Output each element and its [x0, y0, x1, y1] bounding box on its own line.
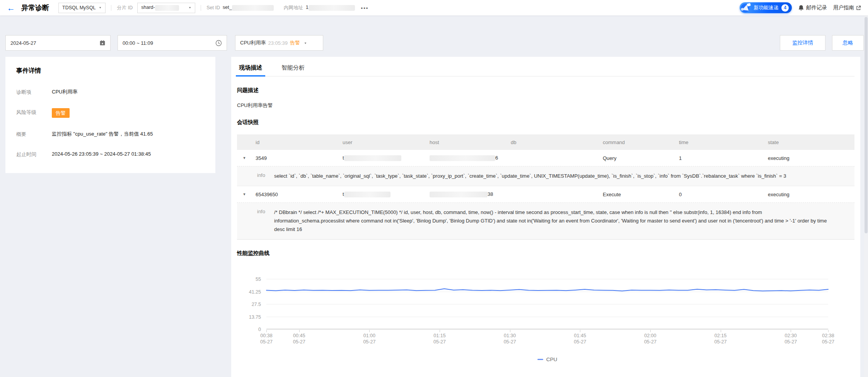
problem-description-text: CPU利用率告警: [237, 102, 854, 109]
performance-chart: 013.7527.541.2555 00:3805-2700:4505-2701…: [237, 279, 854, 362]
metric-event-time: 23:05:39: [268, 40, 288, 46]
megaphone-icon: [738, 0, 753, 15]
summary-value: 监控指标 "cpu_use_rate" 告警，当前值 41.65: [52, 130, 153, 138]
redacted-value: [344, 192, 391, 197]
mail-record-button[interactable]: 邮件记录: [798, 4, 827, 11]
x-tick-label: 01:4505-27: [574, 333, 586, 345]
tab-bar: 现场描述 智能分析: [237, 62, 854, 76]
x-tick-mark: [510, 330, 510, 332]
clock-icon: [215, 40, 222, 46]
new-features-button[interactable]: 新功能速递 4: [740, 2, 792, 13]
problem-section-title: 问题描述: [237, 87, 854, 94]
x-tick-label: 02:3005-27: [784, 333, 797, 345]
chevron-down-icon: ▼: [304, 41, 307, 44]
x-tick-label: 00:3805-27: [260, 333, 273, 345]
column-host: host: [430, 139, 511, 145]
user-guide-label: 用户指南: [833, 4, 854, 11]
shard-id-prefix: shard-: [141, 5, 155, 10]
x-tick-mark: [440, 330, 440, 332]
cell-id: 65439650: [256, 192, 343, 197]
row-label: 诊断项: [16, 88, 52, 96]
cell-host: 38: [430, 191, 511, 197]
x-tick-mark: [580, 330, 580, 332]
cell-state: executing: [768, 155, 854, 161]
column-state: state: [768, 139, 854, 145]
diagnosis-item-row: 诊断项 CPU利用率: [16, 88, 205, 96]
monitor-detail-button[interactable]: 监控详情: [780, 35, 825, 51]
external-link-icon: [856, 5, 861, 10]
x-tick-mark: [650, 330, 651, 332]
back-arrow-icon[interactable]: ←: [7, 4, 15, 12]
scrollbar-thumb[interactable]: [865, 17, 868, 233]
private-ip-label: 内网地址: [284, 5, 303, 11]
bell-icon: [798, 5, 804, 11]
row-label: 概要: [16, 130, 52, 138]
chevron-down-icon: ▼: [188, 6, 191, 9]
legend-line-swatch: [537, 359, 543, 360]
tab-scene-description[interactable]: 现场描述: [237, 62, 264, 76]
chart-x-axis: 00:3805-2700:4505-2701:0005-2701:1505-27…: [266, 333, 828, 346]
row-expander-icon[interactable]: ▼: [237, 156, 256, 160]
event-detail-rows: 诊断项 CPU利用率 风险等级 告警 概要 监控指标 "cpu_use_rate…: [16, 88, 205, 158]
ignore-button[interactable]: 忽略: [832, 35, 864, 51]
tab-intelligent-analysis[interactable]: 智能分析: [280, 62, 306, 76]
redacted-value: [155, 5, 179, 11]
x-tick-label: 00:4505-27: [293, 333, 305, 345]
instance-type-label: TDSQL MySQL: [62, 5, 95, 10]
time-range-value: 00:00 ~ 11:09: [123, 40, 153, 46]
y-tick-label: 13.75: [249, 314, 261, 320]
cell-user: t: [343, 155, 430, 161]
time-span-value: 2024-05-26 23:05:39 ~ 2024-05-27 01:38:4…: [52, 150, 151, 158]
cell-time: 1: [679, 155, 768, 161]
chart-legend[interactable]: CPU: [266, 357, 828, 362]
y-tick-label: 0: [258, 327, 261, 332]
x-tick-label: 02:1505-27: [715, 333, 727, 345]
set-id-field: Set ID set_: [206, 5, 273, 10]
x-tick-mark: [369, 330, 370, 332]
row-expander-icon[interactable]: ▼: [237, 192, 256, 196]
x-tick-label: 01:3005-27: [504, 333, 516, 345]
anomaly-diagnosis-page: ← 异常诊断 TDSQL MySQL ▼ 分片 ID shard- ▼ Set …: [0, 0, 868, 377]
x-tick-label: 02:0005-27: [644, 333, 657, 345]
row-label: 起止时间: [16, 150, 52, 158]
session-section-title: 会话快照: [237, 119, 854, 126]
x-tick-mark: [266, 330, 267, 332]
topbar-right: 新功能速递 4 邮件记录 用户指南: [740, 2, 861, 13]
instance-type-select[interactable]: TDSQL MySQL ▼: [58, 3, 106, 13]
redacted-value: [430, 155, 495, 161]
legend-label: CPU: [546, 357, 558, 362]
column-db: db: [511, 139, 603, 145]
vertical-scrollbar[interactable]: [864, 0, 868, 377]
top-header: ← 异常诊断 TDSQL MySQL ▼ 分片 ID shard- ▼ Set …: [0, 0, 868, 15]
sql-info-text: /* DBbrain */ select /*+ MAX_EXECUTION_T…: [274, 208, 831, 234]
cpu-line-series: [266, 279, 828, 329]
more-options-icon[interactable]: •••: [361, 5, 369, 11]
x-tick-label: 01:0005-27: [363, 333, 375, 345]
x-tick-label: 02:3805-27: [822, 333, 834, 345]
redacted-value: [344, 155, 401, 161]
table-row[interactable]: ▼ 3549 t 6 Query 1 executing: [237, 150, 854, 166]
divider: [201, 5, 201, 11]
event-detail-card: 事件详情 诊断项 CPU利用率 风险等级 告警 概要 监控指标 "cpu_use…: [5, 57, 215, 173]
table-row[interactable]: ▼ 65439650 t 38 Execute 0 executing: [237, 186, 854, 203]
event-detail-title: 事件详情: [16, 67, 205, 75]
metric-event-select[interactable]: CPU利用率 23:05:39 告警 ▼: [235, 35, 323, 51]
filter-toolbar: 2024-05-27 00:00 ~ 11:09 CPU利用率: [5, 35, 864, 51]
date-picker[interactable]: 2024-05-27: [5, 35, 111, 51]
chart-plot-area[interactable]: [266, 279, 828, 329]
shard-id-select[interactable]: shard- ▼: [137, 3, 195, 13]
info-sub-row: info /* DBbrain */ select /*+ MAX_EXECUT…: [237, 203, 854, 239]
cell-state: executing: [768, 192, 854, 197]
time-range-picker[interactable]: 00:00 ~ 11:09: [118, 35, 227, 51]
cell-host: 6: [430, 155, 511, 161]
calendar-icon: [99, 40, 106, 46]
column-id: id: [256, 139, 343, 145]
chart-y-axis: 013.7527.541.2555: [237, 279, 261, 329]
diagnosis-item-value: CPU利用率: [52, 88, 77, 95]
date-value: 2024-05-27: [10, 40, 36, 46]
column-time: time: [679, 139, 768, 145]
new-features-label: 新功能速递: [754, 4, 779, 11]
private-ip-field: 内网地址 1: [284, 5, 355, 11]
info-sub-row: info select `id`, `db`, `table_name`, `o…: [237, 166, 854, 186]
user-guide-link[interactable]: 用户指南: [833, 4, 861, 11]
